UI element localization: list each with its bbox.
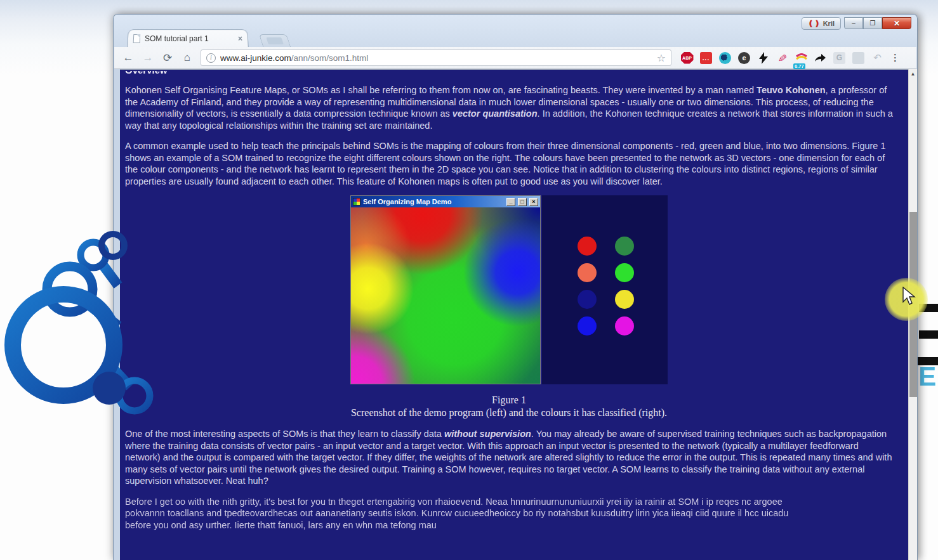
minimize-button[interactable]: – [844,17,863,29]
red-list-icon[interactable]: ... [699,51,713,65]
colour-dot-orange [578,263,597,282]
colour-dot-dark-green [615,237,634,256]
recorder-label: Kril [823,20,835,27]
chrome-menu-icon[interactable]: ⋮ [890,52,900,63]
colour-dot-bright-green [615,263,634,282]
paragraph-1: Kohonen Self Organising Feature Maps, or… [125,84,893,131]
page-favicon [133,34,141,43]
mouse-cursor [901,287,918,307]
tab-close-icon[interactable]: × [238,34,243,43]
back-icon[interactable]: ← [119,49,137,67]
paragraph-2: A common example used to help teach the … [125,140,893,187]
som-demo-titlebar: Self Organizing Map Demo _ □ × [351,196,540,207]
recorder-badge[interactable]: ❪❫ Kril [802,17,841,30]
colour-dot-dark-blue [578,290,597,309]
adblock-plus-icon[interactable]: ABP [680,51,694,65]
tab-title: SOM tutorial part 1 [145,34,234,43]
forward-icon[interactable]: → [139,49,157,67]
ratings-icon[interactable]: 0.77 [795,51,808,65]
browser-window: ❪❫ Kril – ❐ ✕ SOM tutorial part 1 × ← → … [113,14,918,560]
maximize-button[interactable]: ❐ [863,17,882,29]
lightning-icon[interactable] [756,51,770,65]
paragraph-3: One of the most interesting aspects of S… [125,428,893,487]
browser-tab[interactable]: SOM tutorial part 1 × [127,29,249,48]
browser-toolbar: ← → ⟳ ⌂ i www.ai-junkie.com/ann/som/som1… [114,47,916,69]
desktop: { "window": { "rec_badge": "Kril", "mini… [0,0,938,560]
som-maximize-button[interactable]: □ [518,198,527,206]
g-disabled-icon[interactable]: G [833,51,846,65]
som-minimize-button[interactable]: _ [506,198,515,206]
desktop-letter-e: E [918,361,938,392]
som-close-button[interactable]: × [529,198,538,206]
paragraph-4-blurred: Before I get oo with the nith gritty, it… [125,496,893,531]
scroll-up-icon[interactable]: ▲ [909,69,917,79]
figure-caption-title: Figure 1 [125,394,893,407]
page-content: Overview Kohonen Self Organising Feature… [120,69,909,560]
url-text[interactable]: www.ai-junkie.com/ann/som/som1.html [220,53,652,63]
pen-icon[interactable]: ✎ [776,51,789,65]
overview-heading-clipped: Overview [125,71,893,75]
colour-dot-red [578,237,597,256]
page-info-icon[interactable]: i [206,53,216,63]
desktop-dash-2 [919,330,938,339]
new-tab-button[interactable] [259,34,291,47]
classified-colours-panel [542,195,668,384]
som-demo-icon [353,198,360,205]
recorder-icon: ❪❫ [808,19,821,28]
reload-icon[interactable]: ⟳ [159,49,176,67]
colour-dot-magenta [615,316,634,335]
share-arrow-icon[interactable] [814,51,827,65]
som-demo-window: Self Organizing Map Demo _ □ × [350,195,541,384]
bookmark-star-icon[interactable]: ☆ [657,52,666,64]
window-controls: – ❐ ✕ [844,17,911,29]
extensions-row: ABP...e✎0.77G↶ [680,51,884,65]
colour-dot-blue [578,316,597,335]
close-button[interactable]: ✕ [882,17,911,29]
colour-dot-yellow [615,290,634,309]
figure-caption-text: Screenshot of the demo program (left) an… [125,407,893,419]
som-demo-title: Self Organizing Map Demo [363,196,504,208]
figure-caption: Figure 1 Screenshot of the demo program … [125,394,893,419]
box-disabled-icon[interactable] [852,51,865,65]
undo-disabled-icon[interactable]: ↶ [871,51,884,65]
eye-icon[interactable] [718,51,732,65]
som-color-map [351,207,540,384]
figure-1: Self Organizing Map Demo _ □ × [125,195,893,384]
address-bar[interactable]: i www.ai-junkie.com/ann/som/som1.html ☆ [201,49,671,66]
letter-e-icon[interactable]: e [737,51,751,65]
home-icon[interactable]: ⌂ [178,49,196,67]
